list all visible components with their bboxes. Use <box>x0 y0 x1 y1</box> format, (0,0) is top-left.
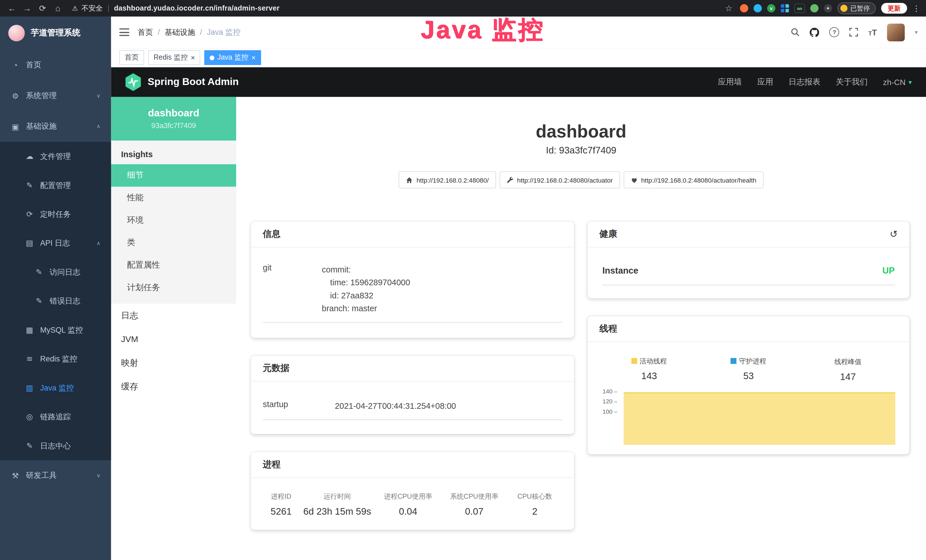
sidebar-item-log-center[interactable]: ✎ 日志中心 <box>0 431 111 460</box>
cloud-icon: ☁ <box>25 152 34 160</box>
forward-icon[interactable]: → <box>21 0 33 17</box>
fullscreen-icon[interactable] <box>849 28 858 36</box>
tag-java[interactable]: Java 监控 × <box>204 50 261 65</box>
tag-redis[interactable]: Redis 监控 × <box>148 50 200 65</box>
paused-badge[interactable]: 已暂停 <box>837 2 876 14</box>
sba-nav-applications[interactable]: 应用 <box>757 77 773 87</box>
check-extension-icon[interactable]: v <box>767 4 775 12</box>
sba-item-scheduledtasks[interactable]: 计划任务 <box>111 277 236 299</box>
grid-extension-icon[interactable] <box>781 4 789 12</box>
tag-home[interactable]: 首页 <box>119 50 144 65</box>
sba-item-metrics[interactable]: 性能 <box>111 186 236 209</box>
sidebar-item-trace[interactable]: ◎ 链路追踪 <box>0 402 111 431</box>
history-icon[interactable]: ↺ <box>890 229 898 240</box>
sidebar-label-log-center: 日志中心 <box>40 440 71 451</box>
close-icon[interactable]: × <box>191 54 195 61</box>
sba-item-mappings[interactable]: 映射 <box>111 351 236 375</box>
sidebar-item-config[interactable]: ✎ 配置管理 <box>0 171 111 200</box>
sba-item-classes[interactable]: 类 <box>111 232 236 254</box>
health-url-button[interactable]: http://192.168.0.2:48080/actuator/health <box>623 171 763 189</box>
sba-item-details[interactable]: 细节 <box>111 164 236 187</box>
sba-nav-journal[interactable]: 日志报表 <box>788 77 820 87</box>
font-size-icon[interactable]: TT <box>869 27 877 37</box>
sidebar-label-java: Java 监控 <box>40 383 74 393</box>
sidebar-item-api-log[interactable]: ▤ API 日志 ∧ <box>0 229 111 257</box>
pin-extension-icon[interactable]: ✦ <box>824 4 832 12</box>
search-icon[interactable] <box>791 28 800 36</box>
sba-item-logs[interactable]: 日志 <box>111 304 236 327</box>
monitor-icon: ▣ <box>11 122 20 131</box>
github-icon[interactable] <box>810 27 819 37</box>
info-card-title: 信息 <box>263 229 281 240</box>
user-avatar[interactable] <box>887 23 905 41</box>
tools-icon: ⚒ <box>11 471 20 480</box>
info-card-header: 信息 <box>251 222 574 248</box>
service-url-button[interactable]: http://192.168.0.2:48080/ <box>399 171 496 189</box>
app-logo[interactable]: 芋道管理系统 <box>0 17 111 50</box>
metadata-value: 2021-04-27T00:44:31.254+08:00 <box>335 400 562 413</box>
bookmark-star-icon[interactable]: ☆ <box>723 0 735 17</box>
address-bar[interactable]: ⚠ 不安全 | dashboard.yudao.iocoder.cn/infra… <box>72 3 280 13</box>
fox-extension-icon[interactable] <box>740 4 748 12</box>
edit-icon: ✎ <box>25 181 34 190</box>
drop-extension-icon[interactable] <box>754 4 762 12</box>
threads-card-header: 线程 <box>587 316 909 342</box>
sidebar-item-system[interactable]: ⚙ 系统管理 ∨ <box>0 80 111 111</box>
breadcrumb-infra[interactable]: 基础设施 <box>165 27 195 37</box>
process-stats: 进程ID 5261 运行时间 6d 23h 15m 59s 进程CPU使用率 0… <box>263 487 562 517</box>
eye-icon: ◎ <box>25 412 34 421</box>
sba-item-jvm[interactable]: JVM <box>111 327 236 351</box>
sidebar-item-dev-tools[interactable]: ⚒ 研发工具 ∨ <box>0 460 111 491</box>
close-icon[interactable]: × <box>251 54 256 61</box>
help-icon[interactable]: ? <box>829 27 839 37</box>
threads-card-title: 线程 <box>599 323 617 334</box>
back-icon[interactable]: ← <box>6 0 18 17</box>
sidebar-label-mysql: MySQL 监控 <box>40 325 83 335</box>
git-commit-line: commit: <box>322 263 562 276</box>
sba-item-configprops[interactable]: 配置属性 <box>111 254 236 277</box>
cards-left-column: 信息 git commit: time: 1596289704000 id: 2… <box>251 222 574 530</box>
sidebar-item-file[interactable]: ☁ 文件管理 <box>0 142 111 171</box>
stat-process-cpu-value: 0.04 <box>375 506 441 517</box>
avatar-caret-icon[interactable]: ▾ <box>915 29 918 35</box>
sidebar-item-error-log[interactable]: ✎ 错误日志 <box>0 286 111 315</box>
sba-locale-select[interactable]: zh-CN ▾ <box>883 77 912 86</box>
sba-nav-wallboard[interactable]: 应用墙 <box>718 77 742 87</box>
sidebar-item-redis[interactable]: ≋ Redis 监控 <box>0 344 111 373</box>
metadata-card-title: 元数据 <box>263 363 289 374</box>
legend-daemon-threads: 守护进程 53 <box>699 356 798 382</box>
pencil-log-icon: ✎ <box>34 268 44 277</box>
tags-view-bar: 首页 Redis 监控 × Java 监控 × <box>111 48 926 67</box>
health-card-title: 健康 <box>599 229 617 240</box>
sba-item-caches[interactable]: 缓存 <box>111 375 236 398</box>
sidebar-item-java[interactable]: ▥ Java 监控 <box>0 374 111 402</box>
health-row-instance: Instance UP <box>602 262 895 285</box>
reload-icon[interactable]: ⟳ <box>36 0 48 17</box>
hamburger-icon[interactable] <box>119 28 129 36</box>
sidebar-item-home[interactable]: ◔ 首页 <box>0 50 111 80</box>
sidebar-label-access-log: 访问日志 <box>50 267 80 277</box>
sidebar-item-job[interactable]: ⟳ 定时任务 <box>0 200 111 229</box>
sidebar-item-access-log[interactable]: ✎ 访问日志 <box>0 257 111 286</box>
metadata-card-body: startup 2021-04-27T00:44:31.254+08:00 <box>251 382 574 434</box>
y-tick-100: 100 <box>599 408 617 415</box>
on-extension-icon[interactable]: on <box>794 3 805 13</box>
sba-instance-header[interactable]: dashboard 93a3fc7f7409 <box>111 97 236 141</box>
leaf-extension-icon[interactable] <box>810 4 819 12</box>
legend-peak-label-wrap: 线程峰值 <box>834 357 861 366</box>
update-button[interactable]: 更新 <box>881 3 907 14</box>
java-monitor-icon: ▥ <box>25 383 34 392</box>
sba-item-environment[interactable]: 环境 <box>111 209 236 232</box>
home-icon[interactable]: ⌂ <box>52 0 64 17</box>
tag-redis-label: Redis 监控 <box>153 53 188 62</box>
sidebar-item-infra[interactable]: ▣ 基础设施 ∧ <box>0 111 111 142</box>
legend-live-value: 143 <box>599 371 699 381</box>
sidebar-item-mysql[interactable]: ▦ MySQL 监控 <box>0 316 111 344</box>
sba-brand[interactable]: Spring Boot Admin <box>125 73 239 91</box>
actuator-url-button[interactable]: http://192.168.0.2:48080/actuator <box>499 171 620 189</box>
breadcrumb-home[interactable]: 首页 <box>138 27 153 37</box>
stat-system-cpu: 系统CPU使用率 0.07 <box>441 492 507 517</box>
threads-chart: 140 120 100 <box>599 388 898 441</box>
sba-nav-about[interactable]: 关于我们 <box>836 77 868 87</box>
browser-menu-icon[interactable]: ⋮ <box>912 4 920 12</box>
